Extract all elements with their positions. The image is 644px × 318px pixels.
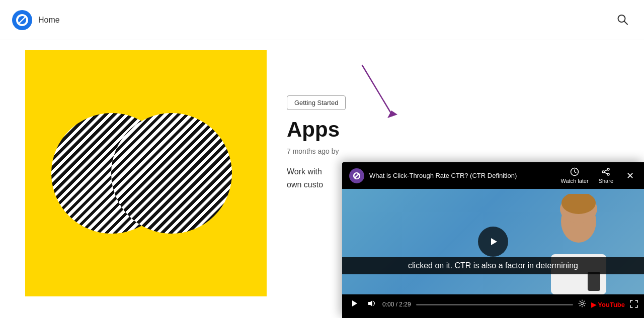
watch-later-label: Watch later [560,178,588,184]
app-logo-icon [12,10,32,30]
svg-line-2 [624,21,627,24]
video-thumbnail: clicked on it. CTR is also a factor in d… [342,189,644,294]
share-label: Share [599,178,613,184]
getting-started-badge[interactable]: Getting Started [287,95,346,110]
video-controls: 0:00 / 2:29 ▶ YouTube [342,294,644,314]
search-icon [617,14,628,25]
app-title: Apps [287,118,624,141]
svg-line-11 [604,172,607,174]
video-header-left: What is Click-Through Rate CTR? (CTR Def… [349,168,517,183]
svg-marker-19 [368,300,372,306]
share-button[interactable]: Share [599,167,613,184]
svg-point-7 [607,168,609,170]
settings-button[interactable] [578,299,586,309]
fullscreen-button[interactable] [630,300,638,309]
fullscreen-icon [630,300,638,308]
youtube-logo: ▶ YouTube [591,301,625,308]
video-logo-icon [349,168,364,183]
video-title: What is Click-Through Rate CTR? (CTR Def… [369,172,517,179]
description-line1: Work with [287,167,322,176]
description-line2: own custo [287,180,323,189]
logo-container: Home [12,10,60,30]
hero-image [25,50,267,296]
watch-later-button[interactable]: Watch later [560,167,588,184]
person-silhouette [513,194,624,294]
svg-line-3 [362,65,392,116]
video-overlay: What is Click-Through Rate CTR? (CTR Def… [342,162,644,318]
progress-bar[interactable] [416,304,573,305]
close-video-button[interactable]: ✕ [623,169,637,182]
subtitle-bar: clicked on it. CTR is also a factor in d… [342,257,644,274]
svg-point-20 [581,302,583,305]
volume-icon [367,299,375,307]
main-content: Getting Started Apps 7 months ago by Wor… [0,40,644,318]
settings-icon [578,299,586,307]
svg-line-10 [604,170,607,171]
circle-right [111,113,232,234]
time-display: 0:00 / 2:29 [382,301,411,308]
svg-point-8 [607,173,609,175]
arrow-annotation [347,60,408,126]
svg-marker-17 [491,238,497,245]
play-button[interactable] [478,227,508,257]
search-button[interactable] [613,10,632,30]
youtube-label: YouTube [598,301,625,308]
svg-marker-4 [387,111,397,118]
video-header-right: Watch later Share ✕ [560,167,637,184]
play-pause-icon [350,299,358,307]
meta-text: 7 months ago by [287,147,624,155]
play-pause-button[interactable] [348,297,360,311]
watch-later-icon [570,167,579,176]
header: Home [0,0,644,40]
share-icon [601,167,610,176]
svg-point-9 [602,171,604,173]
header-title: Home [38,16,60,25]
circle-graphic [60,88,231,259]
volume-button[interactable] [365,297,377,311]
play-icon [487,236,499,248]
video-header: What is Click-Through Rate CTR? (CTR Def… [342,162,644,189]
svg-marker-18 [352,300,357,306]
svg-rect-16 [588,272,600,291]
